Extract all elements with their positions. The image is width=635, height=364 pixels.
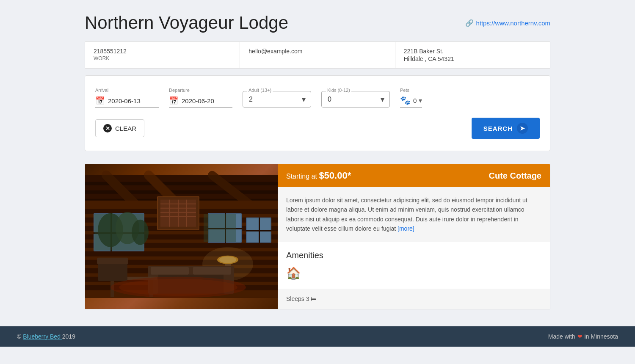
arrival-field-group: Arrival 📅 xyxy=(95,88,159,108)
adults-select-container: Adult (13+) 2 1 3 4 ▾ xyxy=(243,91,311,108)
address-line2: Hilldale , CA 54321 xyxy=(404,55,541,62)
kids-floating-label: Kids (0-12) xyxy=(326,88,351,93)
clear-button[interactable]: ✕ CLEAR xyxy=(95,119,144,137)
sleeps-label: Sleeps 3 xyxy=(286,295,309,302)
search-label: SEARCH xyxy=(483,125,513,132)
phone-number: 2185551212 xyxy=(94,48,231,55)
website-link-text: https://www.northernv.com xyxy=(476,19,550,27)
address-line1: 221B Baker St. xyxy=(404,48,541,55)
arrival-label: Arrival xyxy=(95,88,159,93)
card-content: Starting at $50.00* Cute Cottage Lorem i… xyxy=(278,164,550,309)
phone-label: WORK xyxy=(94,55,231,61)
email-address: hello@example.com xyxy=(248,48,386,55)
departure-calendar-icon: 📅 xyxy=(169,96,178,105)
contact-email-item: hello@example.com xyxy=(240,42,395,68)
card-top: Starting at $50.00* Cute Cottage Lorem i… xyxy=(85,164,550,309)
heart-icon: ❤ xyxy=(577,333,583,340)
arrival-calendar-icon: 📅 xyxy=(95,96,105,105)
website-link[interactable]: 🔗 https://www.northernv.com xyxy=(465,19,550,27)
more-label: [more] xyxy=(398,225,414,232)
page-title: Northern Voyageur Lodge xyxy=(85,13,288,33)
clear-x-icon: ✕ xyxy=(103,124,112,132)
search-arrow-icon: ➤ xyxy=(517,123,528,134)
kids-select[interactable]: 0 1 2 3 xyxy=(322,91,389,107)
pets-label: Pets xyxy=(400,88,422,93)
departure-input-wrapper: 📅 xyxy=(169,96,232,108)
departure-label: Departure xyxy=(169,88,232,93)
footer-right: Made with ❤ in Minnesota xyxy=(548,333,618,340)
price-value: $50.00* xyxy=(319,170,351,181)
more-link[interactable]: [more] xyxy=(398,225,414,232)
pets-field-group: Pets 🐾 0 1 2 ▾ xyxy=(400,88,422,108)
search-panel: Arrival 📅 Departure 📅 Adult (13+) xyxy=(85,75,550,151)
home-amenity-icon: 🏠 xyxy=(286,267,301,280)
brand-name: Blueberry Bed xyxy=(23,333,61,340)
search-fields: Arrival 📅 Departure 📅 Adult (13+) xyxy=(95,88,540,108)
card-amenities: Amenities 🏠 xyxy=(278,242,550,289)
contact-bar: 2185551212 WORK hello@example.com 221B B… xyxy=(85,41,550,69)
pets-inline-wrapper: 🐾 0 1 2 ▾ xyxy=(400,95,422,108)
search-button[interactable]: SEARCH ➤ xyxy=(472,118,540,139)
arrival-input[interactable] xyxy=(108,97,159,105)
pets-chevron-down-icon: ▾ xyxy=(419,97,422,105)
contact-phone-item: 2185551212 WORK xyxy=(85,42,240,68)
location-text: in Minnesota xyxy=(585,333,618,340)
kids-field-group: Kids (0-12) 0 1 2 3 ▾ xyxy=(321,91,390,108)
adults-field-group: Adult (13+) 2 1 3 4 ▾ xyxy=(243,91,311,108)
link-icon: 🔗 xyxy=(465,19,474,27)
kids-select-container: Kids (0-12) 0 1 2 3 ▾ xyxy=(321,91,390,108)
card-name: Cute Cottage xyxy=(489,171,541,181)
departure-input[interactable] xyxy=(182,97,232,105)
svg-rect-63 xyxy=(85,175,278,298)
footer-copyright: © Blueberry Bed 2019 xyxy=(17,333,75,340)
card-bottom-bar: Sleeps 3 🛏 xyxy=(278,289,550,309)
contact-address-item: 221B Baker St. Hilldale , CA 54321 xyxy=(395,42,550,68)
page-footer: © Blueberry Bed 2019 Made with ❤ in Minn… xyxy=(0,326,635,347)
bed-icon: 🛏 xyxy=(311,295,317,302)
card-description: Lorem ipsum dolor sit amet, consectetur … xyxy=(278,187,550,242)
clear-label: CLEAR xyxy=(115,125,136,132)
adults-select[interactable]: 2 1 3 4 xyxy=(243,91,311,107)
page-header: Northern Voyageur Lodge 🔗 https://www.no… xyxy=(85,0,550,41)
arrival-input-wrapper: 📅 xyxy=(95,96,159,108)
pets-select[interactable]: 0 1 2 xyxy=(413,97,417,104)
departure-field-group: Departure 📅 xyxy=(169,88,232,108)
pets-icon: 🐾 xyxy=(400,95,411,105)
brand-link[interactable]: Blueberry Bed xyxy=(23,333,62,340)
search-actions: ✕ CLEAR SEARCH ➤ xyxy=(95,118,540,139)
card-price: Starting at $50.00* xyxy=(286,170,351,181)
price-prefix: Starting at xyxy=(286,173,319,180)
adults-floating-label: Adult (13+) xyxy=(247,88,273,93)
card-header-bar: Starting at $50.00* Cute Cottage xyxy=(278,164,550,187)
made-with-text: Made with xyxy=(548,333,575,340)
result-card: Starting at $50.00* Cute Cottage Lorem i… xyxy=(85,164,550,309)
cabin-image xyxy=(85,164,278,309)
copyright-symbol: © xyxy=(17,333,23,340)
footer-year: 2019 xyxy=(62,333,75,340)
amenities-title: Amenities xyxy=(286,251,541,260)
